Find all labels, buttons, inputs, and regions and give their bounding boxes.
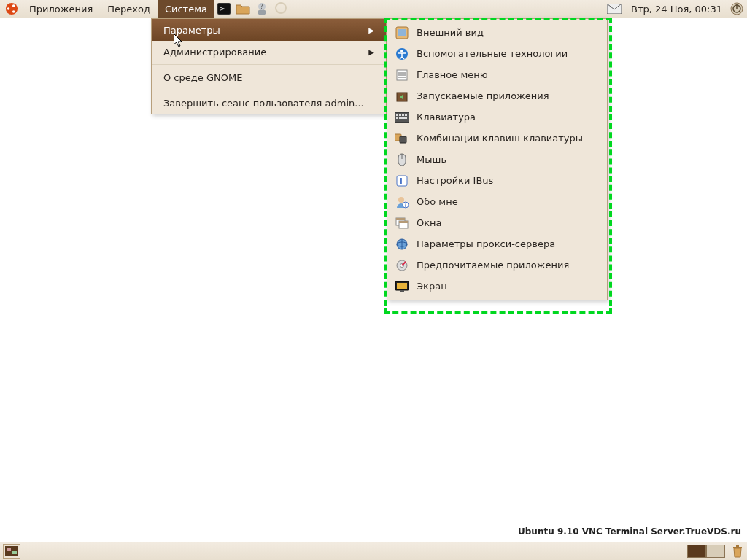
svg-point-36 — [398, 197, 404, 203]
display-icon — [395, 279, 409, 294]
svg-point-10 — [276, 3, 286, 13]
terminal-launcher-icon[interactable]: >_ — [216, 1, 232, 17]
submenu-item-label: Главное меню — [417, 69, 488, 80]
keyboard-icon — [395, 110, 409, 125]
windows-icon — [395, 216, 409, 230]
bottom-panel — [0, 542, 747, 560]
submenu-item-label: Запускаемые приложения — [417, 90, 549, 101]
svg-rect-32 — [400, 136, 406, 143]
svg-rect-30 — [399, 117, 407, 119]
svg-point-7 — [258, 9, 266, 15]
menu-separator — [152, 90, 386, 90]
submenu-item-proxy[interactable]: Параметры прокси-сервера — [387, 233, 607, 254]
panel-right: Втр, 24 Ноя, 00:31 — [605, 0, 747, 18]
submenu-item-display[interactable]: Экран — [387, 276, 607, 297]
mouse-icon — [395, 152, 409, 167]
ubuntu-logo-icon[interactable] — [4, 1, 19, 16]
startup-apps-icon — [395, 89, 409, 104]
submenu-item-assistive-tech[interactable]: Вспомогательные технологии — [387, 43, 607, 64]
ibus-icon: i — [395, 174, 409, 188]
svg-rect-26 — [399, 114, 401, 116]
submenu-item-label: Вспомогательные технологии — [417, 48, 568, 59]
menu-item-label: О среде GNOME — [163, 72, 242, 83]
mail-indicator-icon[interactable] — [606, 1, 622, 17]
submenu-item-windows[interactable]: Окна — [387, 212, 607, 233]
power-button-icon[interactable] — [729, 1, 744, 16]
workspace-switcher — [687, 545, 725, 558]
svg-point-3 — [12, 10, 15, 13]
submenu-item-appearance[interactable]: Внешний вид — [387, 22, 607, 43]
preferred-apps-icon — [395, 258, 409, 273]
svg-rect-16 — [398, 29, 406, 36]
clock[interactable]: Втр, 24 Ноя, 00:31 — [627, 4, 727, 15]
keyboard-shortcuts-icon — [395, 131, 409, 146]
submenu-item-label: Экран — [417, 281, 447, 292]
svg-rect-55 — [736, 545, 739, 547]
svg-point-1 — [7, 7, 10, 10]
menu-item-preferences[interactable]: Параметры ▶ — [152, 19, 386, 41]
menu-item-administration[interactable]: Администрирование ▶ — [152, 41, 386, 63]
submenu-item-label: Комбинации клавиш клавиатуры — [417, 133, 583, 144]
svg-rect-28 — [405, 114, 407, 116]
accessibility-icon — [395, 47, 409, 61]
submenu-item-keyboard[interactable]: Клавиатура — [387, 106, 607, 128]
menu-item-label: Завершить сеанс пользователя admin... — [163, 98, 364, 109]
submenu-arrow-icon: ▶ — [368, 26, 374, 34]
svg-text:i: i — [400, 176, 403, 186]
svg-rect-49 — [397, 283, 407, 289]
help-launcher-icon[interactable]: ? — [254, 1, 270, 17]
appearance-icon — [395, 26, 409, 40]
submenu-item-label: Мышь — [417, 154, 446, 165]
submenu-item-main-menu[interactable]: Главное меню — [387, 64, 607, 85]
menu-applications[interactable]: Приложения — [22, 0, 100, 18]
files-launcher-icon[interactable] — [235, 1, 251, 17]
update-notifier-icon[interactable] — [273, 1, 289, 17]
submenu-item-label: Обо мне — [417, 196, 458, 207]
main-menu-icon — [395, 68, 409, 82]
submenu-item-mouse[interactable]: Мышь — [387, 149, 607, 170]
submenu-item-label: Внешний вид — [417, 27, 484, 38]
submenu-item-label: Окна — [417, 217, 442, 228]
panel-left: Приложения Переход Система >_ ? — [0, 0, 290, 18]
svg-rect-29 — [396, 117, 398, 119]
submenu-item-startup-apps[interactable]: Запускаемые приложения — [387, 85, 607, 106]
svg-rect-27 — [402, 114, 404, 116]
menu-places[interactable]: Переход — [100, 0, 158, 18]
svg-point-2 — [12, 4, 15, 7]
proxy-icon — [395, 237, 409, 252]
submenu-arrow-icon: ▶ — [368, 48, 374, 56]
svg-point-18 — [400, 50, 403, 52]
svg-rect-42 — [399, 221, 408, 223]
submenu-item-label: Настройки IBus — [417, 175, 493, 186]
workspace-1[interactable] — [687, 545, 706, 558]
svg-text:>_: >_ — [220, 5, 229, 12]
svg-rect-25 — [396, 114, 398, 116]
show-desktop-icon[interactable] — [3, 544, 20, 559]
system-menu-dropdown: Параметры ▶ Администрирование ▶ О среде … — [151, 18, 387, 114]
workspace-2[interactable] — [706, 545, 725, 558]
svg-text:i: i — [405, 203, 406, 209]
menu-item-label: Администрирование — [163, 47, 266, 58]
menu-item-about-gnome[interactable]: О среде GNOME — [152, 66, 386, 88]
preferences-submenu: Внешний вид Вспомогательные технологии Г… — [387, 18, 608, 300]
submenu-item-keyboard-shortcuts[interactable]: Комбинации клавиш клавиатуры — [387, 128, 607, 149]
svg-rect-50 — [400, 290, 404, 292]
svg-text:?: ? — [260, 4, 263, 10]
svg-rect-52 — [7, 548, 11, 551]
menu-system[interactable]: Система — [158, 0, 214, 18]
trash-icon[interactable] — [729, 543, 746, 559]
watermark-text: Ubuntu 9.10 VNC Terminal Server.TrueVDS.… — [518, 526, 741, 537]
svg-rect-54 — [733, 547, 742, 548]
submenu-item-label: Клавиатура — [417, 112, 476, 122]
svg-rect-53 — [12, 551, 17, 554]
submenu-item-label: Предпочитаемые приложения — [417, 260, 569, 271]
svg-rect-40 — [396, 218, 405, 220]
menu-item-logout[interactable]: Завершить сеанс пользователя admin... — [152, 92, 386, 114]
about-me-icon: i — [395, 195, 409, 209]
top-panel: Приложения Переход Система >_ ? Втр, 24 … — [0, 0, 747, 18]
submenu-item-label: Параметры прокси-сервера — [417, 238, 555, 249]
submenu-item-preferred-apps[interactable]: Предпочитаемые приложения — [387, 254, 607, 276]
submenu-item-ibus[interactable]: i Настройки IBus — [387, 170, 607, 191]
submenu-item-about-me[interactable]: i Обо мне — [387, 191, 607, 212]
menu-item-label: Параметры — [163, 25, 220, 36]
